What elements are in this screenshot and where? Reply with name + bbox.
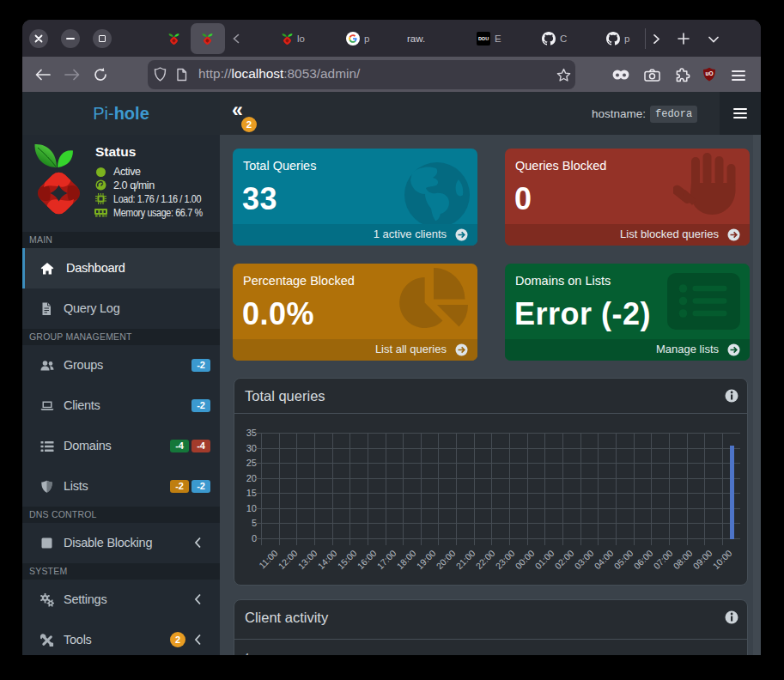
svg-text:uO: uO: [705, 70, 713, 76]
